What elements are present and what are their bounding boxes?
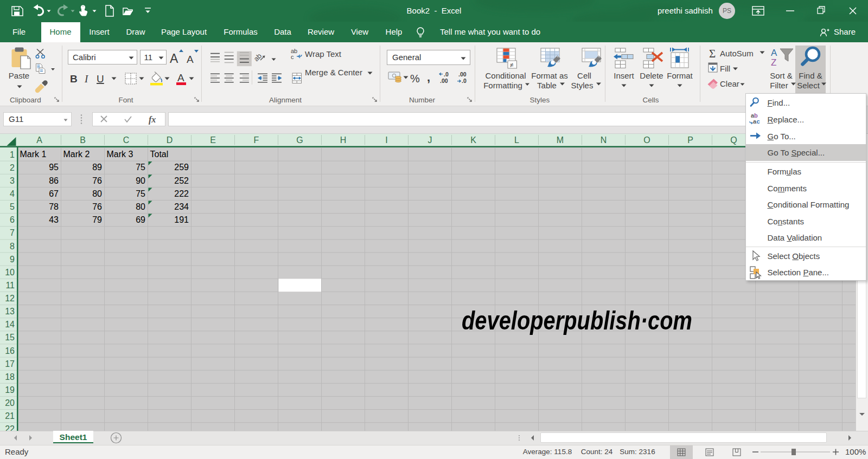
svg-text:Q: Q [730, 135, 737, 145]
svg-text:K: K [470, 135, 476, 145]
svg-text:Styles: Styles [571, 81, 593, 90]
svg-text:E: E [210, 135, 216, 145]
svg-text:≠: ≠ [510, 61, 514, 69]
svg-text:N: N [601, 135, 607, 145]
svg-text:Mark 2: Mark 2 [63, 150, 90, 159]
svg-text:80: 80 [92, 189, 102, 198]
svg-text:1: 1 [10, 150, 15, 159]
svg-text:8: 8 [10, 242, 15, 251]
svg-text:.0: .0 [462, 77, 467, 84]
svg-text:259: 259 [174, 163, 189, 172]
svg-text:16: 16 [5, 346, 15, 355]
svg-text:17: 17 [5, 359, 15, 369]
svg-text:Σ: Σ [709, 47, 716, 60]
svg-text:C: C [123, 135, 130, 145]
svg-text:11: 11 [5, 281, 15, 290]
svg-text:.00: .00 [458, 71, 467, 77]
svg-text:79: 79 [92, 215, 102, 224]
svg-text:D: D [167, 135, 173, 145]
svg-text:Paste: Paste [9, 71, 29, 80]
svg-text:222: 222 [174, 189, 189, 198]
svg-text:191: 191 [174, 215, 189, 224]
svg-text:,: , [427, 70, 430, 84]
svg-text:Delete: Delete [640, 71, 663, 80]
svg-text:5: 5 [10, 202, 15, 211]
svg-text:P: P [687, 135, 693, 145]
svg-text:20: 20 [5, 398, 15, 408]
svg-text:U: U [97, 73, 104, 85]
svg-text:I: I [385, 135, 387, 145]
svg-text:Format: Format [667, 71, 693, 80]
svg-text:Merge & Center: Merge & Center [305, 68, 362, 77]
svg-text:Wrap Text: Wrap Text [305, 49, 342, 59]
svg-text:15: 15 [5, 333, 15, 342]
svg-text:252: 252 [174, 176, 189, 185]
svg-text:A: A [187, 54, 194, 65]
svg-text:Select: Select [797, 81, 820, 90]
svg-text:ab: ab [252, 51, 264, 63]
svg-text:H: H [340, 135, 347, 145]
svg-text:67: 67 [49, 189, 59, 198]
svg-text:4: 4 [10, 189, 15, 198]
svg-text:%: % [410, 73, 420, 85]
svg-text:22: 22 [5, 424, 15, 431]
svg-text:L: L [514, 135, 519, 145]
svg-text:Sort &: Sort & [770, 71, 793, 80]
svg-text:Formatting: Formatting [483, 81, 522, 90]
svg-text:80: 80 [136, 202, 145, 211]
svg-text:7: 7 [10, 228, 15, 237]
svg-text:.00: .00 [440, 77, 448, 84]
svg-text:I: I [84, 73, 89, 85]
svg-text:AutoSum: AutoSum [720, 49, 754, 58]
svg-text:Insert: Insert [614, 71, 634, 80]
svg-text:.0: .0 [444, 71, 449, 77]
svg-text:Cell: Cell [577, 71, 591, 80]
svg-text:18: 18 [5, 372, 15, 382]
svg-text:89: 89 [92, 163, 102, 172]
svg-text:69: 69 [136, 215, 145, 224]
svg-text:2: 2 [10, 163, 15, 172]
svg-text:76: 76 [92, 202, 102, 211]
svg-text:90: 90 [136, 176, 145, 185]
svg-text:Mark 3: Mark 3 [107, 150, 133, 159]
svg-text:Table: Table [537, 81, 557, 90]
svg-text:A: A [771, 48, 777, 58]
svg-text:Filter: Filter [770, 81, 788, 90]
svg-text:B: B [70, 73, 78, 85]
svg-text:95: 95 [49, 163, 59, 172]
svg-text:3: 3 [10, 176, 15, 185]
svg-text:M: M [557, 135, 564, 145]
svg-text:fx: fx [149, 115, 156, 125]
svg-text:12: 12 [5, 294, 15, 303]
svg-text:Conditional: Conditional [485, 71, 526, 80]
svg-text:Fill: Fill [720, 64, 730, 73]
svg-text:19: 19 [5, 385, 15, 395]
svg-text:B: B [80, 135, 86, 145]
svg-text:78: 78 [49, 202, 59, 211]
svg-text:21: 21 [5, 411, 15, 421]
svg-text:43: 43 [49, 215, 59, 224]
svg-text:86: 86 [49, 176, 59, 185]
svg-text:75: 75 [136, 189, 145, 198]
svg-text:J: J [428, 135, 432, 145]
svg-text:234: 234 [174, 202, 189, 211]
svg-text:14: 14 [5, 320, 15, 329]
svg-text:F: F [254, 135, 259, 145]
svg-text:c: c [291, 54, 294, 60]
svg-text:Format as: Format as [531, 71, 568, 80]
svg-text:75: 75 [136, 163, 145, 172]
svg-text:13: 13 [5, 307, 15, 316]
svg-text:A: A [36, 135, 42, 145]
svg-text:Total: Total [150, 150, 169, 159]
svg-text:O: O [643, 135, 650, 145]
svg-text:c: c [756, 118, 760, 125]
svg-text:A: A [177, 72, 184, 83]
svg-text:Find &: Find & [799, 71, 822, 80]
svg-text:6: 6 [10, 215, 15, 224]
svg-text:76: 76 [92, 176, 102, 185]
svg-text:G: G [296, 135, 303, 145]
svg-text:Z: Z [771, 57, 776, 68]
svg-text:Mark 1: Mark 1 [20, 150, 47, 159]
svg-text:Clear: Clear [720, 79, 739, 88]
svg-text:10: 10 [5, 268, 15, 277]
